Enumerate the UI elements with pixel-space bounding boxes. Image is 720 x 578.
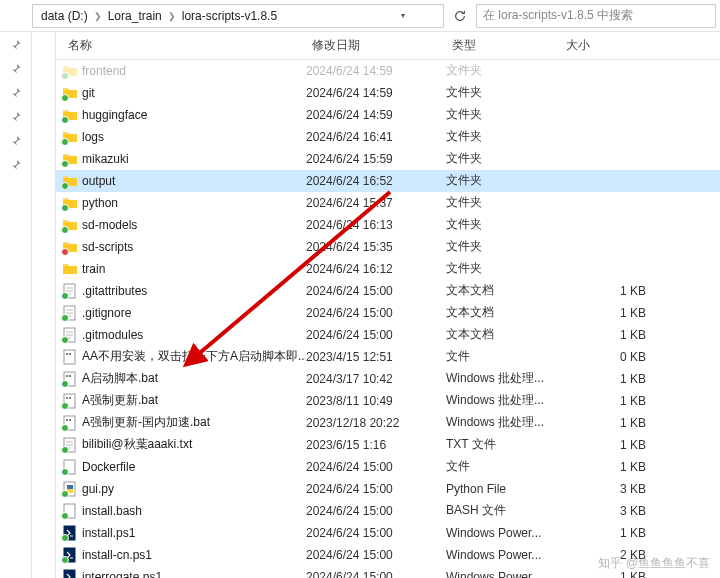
file-name: A强制更新-国内加速.bat (82, 414, 210, 431)
search-input[interactable]: 在 lora-scripts-v1.8.5 中搜索 (476, 4, 716, 28)
svg-point-14 (69, 419, 71, 421)
file-size: 1 KB (560, 438, 660, 452)
pin-icon[interactable] (9, 158, 23, 172)
refresh-icon (453, 9, 467, 23)
folder-icon (62, 129, 78, 145)
tree-collapsed[interactable] (32, 32, 56, 578)
file-name: python (82, 196, 118, 210)
file-date: 2024/6/24 16:12 (306, 262, 446, 276)
file-type: 文本文档 (446, 304, 560, 321)
file-type: 文件夹 (446, 62, 560, 79)
text-icon (62, 283, 78, 299)
file-type: Windows 批处理... (446, 392, 560, 409)
file-date: 2024/6/24 15:00 (306, 306, 446, 320)
pin-icon[interactable] (9, 110, 23, 124)
col-date[interactable]: 修改日期 (306, 37, 446, 54)
file-type: 文件夹 (446, 194, 560, 211)
pin-icon[interactable] (9, 86, 23, 100)
pin-icon[interactable] (9, 38, 23, 52)
pin-icon[interactable] (9, 134, 23, 148)
breadcrumb-seg-1[interactable]: Lora_train (104, 9, 166, 23)
file-name: git (82, 86, 95, 100)
table-row[interactable]: huggingface2024/6/24 14:59文件夹 (56, 104, 720, 126)
file-date: 2024/6/24 14:59 (306, 86, 446, 100)
file-date: 2023/8/11 10:49 (306, 394, 446, 408)
file-date: 2024/6/24 16:52 (306, 174, 446, 188)
file-name: logs (82, 130, 104, 144)
chevron-down-icon[interactable]: ▾ (281, 11, 405, 20)
table-row[interactable]: bilibili@秋葉aaaki.txt2023/6/15 1:16TXT 文件… (56, 434, 720, 456)
file-type: 文件夹 (446, 150, 560, 167)
folder-icon (62, 261, 78, 277)
col-type[interactable]: 类型 (446, 37, 560, 54)
table-row[interactable]: mikazuki2024/6/24 15:59文件夹 (56, 148, 720, 170)
file-list: 名称 修改日期 类型 大小 frontend2024/6/24 14:59文件夹… (56, 32, 720, 578)
col-size[interactable]: 大小 (560, 37, 660, 54)
table-row[interactable]: train2024/6/24 16:12文件夹 (56, 258, 720, 280)
file-size: 3 KB (560, 482, 660, 496)
table-row[interactable]: logs2024/6/24 16:41文件夹 (56, 126, 720, 148)
table-row[interactable]: install-cn.ps12024/6/24 15:00Windows Pow… (56, 544, 720, 566)
py-icon (62, 481, 78, 497)
file-size: 1 KB (560, 328, 660, 342)
table-row[interactable]: AA不用安装，双击打开下方A启动脚本即...2023/4/15 12:51文件0… (56, 346, 720, 368)
table-row[interactable]: git2024/6/24 14:59文件夹 (56, 82, 720, 104)
file-type: 文件 (446, 458, 560, 475)
file-size: 2 KB (560, 548, 660, 562)
file-type: Windows Power... (446, 526, 560, 540)
address-bar: data (D:) ❯ Lora_train ❯ lora-scripts-v1… (0, 0, 720, 32)
file-size: 1 KB (560, 570, 660, 578)
svg-point-7 (66, 375, 68, 377)
rows-container: frontend2024/6/24 14:59文件夹git2024/6/24 1… (56, 60, 720, 578)
column-headers: 名称 修改日期 类型 大小 (56, 32, 720, 60)
table-row[interactable]: python2024/6/24 15:37文件夹 (56, 192, 720, 214)
table-row[interactable]: .gitignore2024/6/24 15:00文本文档1 KB (56, 302, 720, 324)
file-type: Python File (446, 482, 560, 496)
col-name[interactable]: 名称 (56, 37, 306, 54)
table-row[interactable]: interrogate.ps12024/6/24 15:00Windows Po… (56, 566, 720, 578)
chevron-right-icon: ❯ (92, 11, 104, 21)
file-date: 2023/4/15 12:51 (306, 350, 446, 364)
file-icon (62, 503, 78, 519)
file-type: 文件 (446, 348, 560, 365)
file-type: Windows Power... (446, 570, 560, 578)
table-row[interactable]: A强制更新.bat2023/8/11 10:49Windows 批处理...1 … (56, 390, 720, 412)
table-row[interactable]: .gitattributes2024/6/24 15:00文本文档1 KB (56, 280, 720, 302)
file-name: output (82, 174, 115, 188)
pin-icon[interactable] (9, 62, 23, 76)
table-row[interactable]: frontend2024/6/24 14:59文件夹 (56, 60, 720, 82)
file-date: 2024/6/24 16:13 (306, 218, 446, 232)
file-type: 文件夹 (446, 216, 560, 233)
table-row[interactable]: output2024/6/24 16:52文件夹 (56, 170, 720, 192)
table-row[interactable]: A启动脚本.bat2024/3/17 10:42Windows 批处理...1 … (56, 368, 720, 390)
table-row[interactable]: install.bash2024/6/24 15:00BASH 文件3 KB (56, 500, 720, 522)
table-row[interactable]: A强制更新-国内加速.bat2023/12/18 20:22Windows 批处… (56, 412, 720, 434)
table-row[interactable]: sd-scripts2024/6/24 15:35文件夹 (56, 236, 720, 258)
breadcrumb[interactable]: data (D:) ❯ Lora_train ❯ lora-scripts-v1… (32, 4, 444, 28)
svg-point-5 (69, 353, 71, 355)
file-name: gui.py (82, 482, 114, 496)
breadcrumb-seg-root[interactable]: data (D:) (37, 9, 92, 23)
table-row[interactable]: .gitmodules2024/6/24 15:00文本文档1 KB (56, 324, 720, 346)
file-name: install.bash (82, 504, 142, 518)
table-row[interactable]: gui.py2024/6/24 15:00Python File3 KB (56, 478, 720, 500)
file-name: install.ps1 (82, 526, 135, 540)
file-name: train (82, 262, 105, 276)
file-name: .gitattributes (82, 284, 147, 298)
table-row[interactable]: install.ps12024/6/24 15:00Windows Power.… (56, 522, 720, 544)
folder-icon (62, 63, 78, 79)
table-row[interactable]: sd-models2024/6/24 16:13文件夹 (56, 214, 720, 236)
file-size: 0 KB (560, 350, 660, 364)
chevron-right-icon: ❯ (166, 11, 178, 21)
file-icon (62, 459, 78, 475)
file-size: 1 KB (560, 460, 660, 474)
file-name: install-cn.ps1 (82, 548, 152, 562)
file-date: 2024/6/24 15:00 (306, 504, 446, 518)
file-date: 2023/6/15 1:16 (306, 438, 446, 452)
table-row[interactable]: Dockerfile2024/6/24 15:00文件1 KB (56, 456, 720, 478)
refresh-button[interactable] (448, 4, 472, 28)
breadcrumb-seg-2[interactable]: lora-scripts-v1.8.5 (178, 9, 281, 23)
file-name: sd-models (82, 218, 137, 232)
file-size: 1 KB (560, 416, 660, 430)
folder-icon (62, 173, 78, 189)
